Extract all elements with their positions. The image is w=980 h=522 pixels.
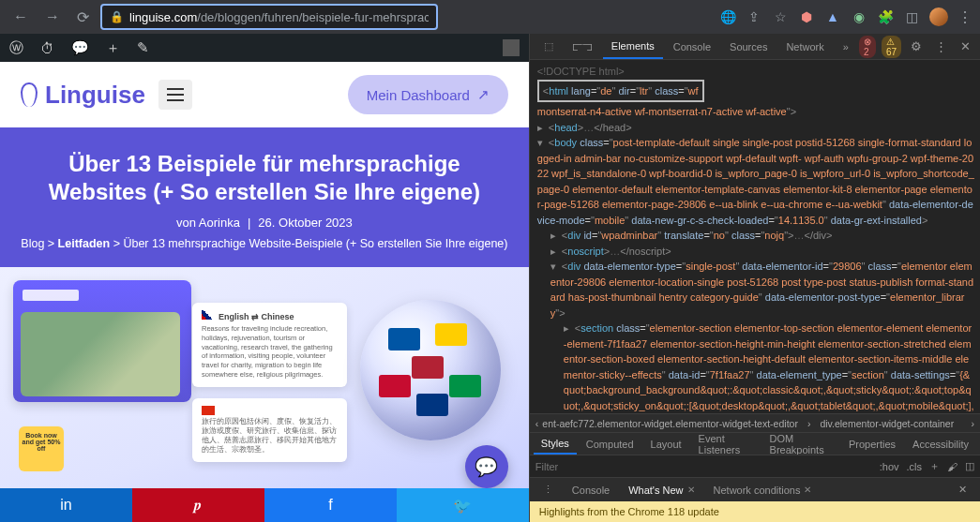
logo-mark-icon <box>21 82 38 107</box>
close-icon[interactable]: ✕ <box>804 485 811 495</box>
drawer-tab-network-conditions[interactable]: Network conditions✕ <box>706 481 820 500</box>
breadcrumb: Blog > Leitfaden > Über 13 mehrsprachige… <box>19 237 510 250</box>
translation-popup-en: English ⇄ Chinese Reasons for traveling … <box>192 303 347 387</box>
url-text: linguise.com/de/bloggen/fuhren/beispiele… <box>129 10 429 24</box>
tab-layout[interactable]: Layout <box>643 435 689 454</box>
author: von Aorinka <box>176 216 240 230</box>
chrome-menu-icon[interactable]: ⋮ <box>957 8 972 26</box>
whatsnew-highlight: Highlights from the Chrome 118 update <box>530 501 980 522</box>
profile-avatar[interactable] <box>929 7 948 26</box>
settings-gear-icon[interactable]: ⚙ <box>911 39 922 53</box>
device-toggle-icon[interactable]: ⫍⫎ <box>564 36 601 58</box>
tab-accessibility[interactable]: Accessibility <box>905 435 976 454</box>
china-flag-icon <box>202 406 215 415</box>
hamburger-menu-button[interactable] <box>158 80 192 110</box>
share-pinterest-button[interactable]: 𝒑 <box>132 488 264 522</box>
translation-popup-zh: 旅行的原因包括休闲、度假、恢复活力、旅游或度假、研究旅行、收集信息、探访他人、慈… <box>192 398 347 462</box>
share-facebook-button[interactable]: f <box>264 488 397 522</box>
page-title: Über 13 Beispiele für mehrsprachige Webs… <box>19 150 510 206</box>
highlight-text: Highlights from the Chrome 118 update <box>539 506 719 517</box>
cls-toggle[interactable]: .cls <box>907 461 923 472</box>
promo-badge: Book now and get 50% off <box>19 426 64 471</box>
wp-user-avatar[interactable] <box>503 39 520 56</box>
tab-computed[interactable]: Computed <box>579 435 641 454</box>
styles-tab-bar: Styles Computed Layout Event Listeners D… <box>530 432 980 455</box>
crumb-caret-icon[interactable]: › <box>972 418 975 429</box>
crumb-caret-icon[interactable]: ‹ <box>535 418 539 429</box>
warning-count-badge[interactable]: ⚠ 67 <box>882 36 901 58</box>
browser-toolbar: ← → ⟳ 🔒 linguise.com/de/bloggen/fuhren/b… <box>0 0 980 34</box>
styles-filter-row: :hov .cls ＋ 🖌 ◫ <box>530 455 980 477</box>
new-style-rule-icon[interactable]: ＋ <box>929 459 940 473</box>
share-linkedin-button[interactable]: in <box>0 488 132 522</box>
site-logo[interactable]: Linguise <box>21 81 145 110</box>
tab-elements[interactable]: Elements <box>603 35 663 59</box>
translate-icon[interactable]: 🌐 <box>719 8 736 25</box>
flags-globe-icon <box>360 300 501 440</box>
dom-doctype: <!DOCTYPE html> <box>537 64 974 80</box>
dashboard-button[interactable]: Mein Dashboard ↗ <box>348 75 508 114</box>
devtools-panel: ⬚ ⫍⫎ Elements Console Sources Network » … <box>529 34 980 522</box>
extension-icon[interactable]: ▲ <box>824 8 841 25</box>
site-header: Linguise Mein Dashboard ↗ <box>0 62 529 127</box>
drawer-tab-whatsnew[interactable]: What's New✕ <box>621 481 701 500</box>
edit-icon[interactable]: ✎ <box>137 39 149 56</box>
hov-toggle[interactable]: :hov <box>880 461 899 472</box>
close-icon[interactable]: ✕ <box>687 485 695 495</box>
dashboard-button-label: Mein Dashboard <box>367 87 470 103</box>
webpage-viewport: ⓦ ⏱ 💬 ＋ ✎ Linguise Mein Dashboard ↗ Über… <box>0 34 529 522</box>
bookmark-star-icon[interactable]: ☆ <box>772 8 789 25</box>
featured-image: Book now and get 50% off English ⇄ Chine… <box>0 267 529 488</box>
side-panel-icon[interactable]: ◫ <box>903 8 920 25</box>
external-link-icon: ↗ <box>477 86 490 103</box>
chat-fab-button[interactable]: 💬 <box>465 445 508 488</box>
lock-icon: 🔒 <box>110 10 124 23</box>
error-count-badge[interactable]: ⊗ 2 <box>859 36 876 58</box>
add-new-icon[interactable]: ＋ <box>106 39 120 57</box>
dashboard-icon[interactable]: ⏱ <box>40 40 54 56</box>
drawer-tab-console[interactable]: Console <box>565 481 617 500</box>
extension-icon[interactable]: ◉ <box>851 8 867 25</box>
sidebar-toggle-icon[interactable]: ◫ <box>965 460 974 472</box>
drawer-tab-bar: ⋮ Console What's New✕ Network conditions… <box>530 477 980 501</box>
comments-icon[interactable]: 💬 <box>71 39 89 56</box>
logo-text: Linguise <box>45 81 145 110</box>
breadcrumb-item[interactable]: Leitfaden <box>58 237 111 250</box>
breadcrumb-current: Über 13 mehrsprachige Website-Beispiele … <box>123 237 507 250</box>
styles-filter-input[interactable] <box>535 461 872 472</box>
close-drawer-icon[interactable]: ✕ <box>951 480 974 500</box>
tab-styles[interactable]: Styles <box>534 434 577 455</box>
back-button[interactable]: ← <box>8 5 34 29</box>
inspect-icon[interactable]: ⬚ <box>535 35 562 58</box>
extension-icon[interactable]: ⬢ <box>798 8 815 25</box>
breadcrumb-item[interactable]: Blog <box>21 237 44 250</box>
tab-properties[interactable]: Properties <box>841 435 903 454</box>
highlighted-html-tag[interactable]: <html lang="de" dir="ltr" class="wf <box>537 80 704 103</box>
tab-network[interactable]: Network <box>777 36 832 58</box>
reload-button[interactable]: ⟳ <box>71 5 95 30</box>
social-share-bar: in 𝒑 f 🐦 <box>0 488 529 522</box>
tab-sources[interactable]: Sources <box>721 36 776 58</box>
share-icon[interactable]: ⇪ <box>746 8 762 25</box>
share-twitter-button[interactable]: 🐦 <box>397 488 529 522</box>
wordpress-logo-icon[interactable]: ⓦ <box>9 39 23 57</box>
wordpress-admin-bar[interactable]: ⓦ ⏱ 💬 ＋ ✎ <box>0 34 529 62</box>
extensions-puzzle-icon[interactable]: 🧩 <box>877 8 894 25</box>
hero-section: Über 13 Beispiele für mehrsprachige Webs… <box>0 127 529 267</box>
tab-console[interactable]: Console <box>665 36 719 58</box>
forward-button[interactable]: → <box>39 5 66 29</box>
byline: von Aorinka|26. Oktober 2023 <box>19 216 510 230</box>
address-bar[interactable]: 🔒 linguise.com/de/bloggen/fuhren/beispie… <box>100 4 438 30</box>
more-menu-icon[interactable]: ⋮ <box>935 39 947 53</box>
rendering-icon[interactable]: 🖌 <box>947 461 957 472</box>
dom-tree[interactable]: <!DOCTYPE html> <html lang="de" dir="ltr… <box>530 60 980 413</box>
devtools-tab-bar: ⬚ ⫍⫎ Elements Console Sources Network » … <box>530 34 980 60</box>
close-devtools-icon[interactable]: ✕ <box>960 39 971 53</box>
publish-date: 26. Oktober 2023 <box>258 216 352 230</box>
uk-flag-icon <box>202 310 215 320</box>
drawer-menu-icon[interactable]: ⋮ <box>535 480 561 500</box>
more-tabs-icon[interactable]: » <box>835 36 857 58</box>
mock-photo <box>21 312 180 396</box>
